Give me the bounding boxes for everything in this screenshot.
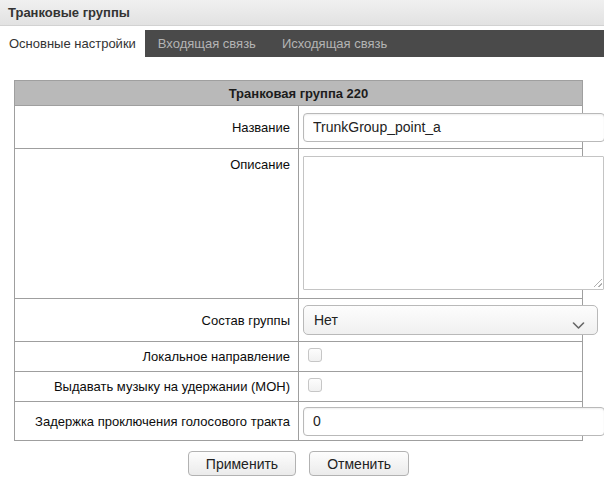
tab-main-settings[interactable]: Основные настройки	[0, 30, 145, 57]
moh-label: Выдавать музыку на удержании (MOH)	[15, 372, 299, 402]
apply-button[interactable]: Применить	[188, 451, 296, 476]
name-input[interactable]	[303, 113, 604, 142]
table-header-row: Транковая группа 220	[15, 81, 583, 106]
chevron-down-icon	[572, 317, 585, 333]
voice-path-delay-label: Задержка проключения голосового тракта	[15, 402, 299, 441]
table-row: Задержка проключения голосового тракта	[15, 402, 583, 441]
name-label: Название	[15, 106, 299, 149]
table-row: Описание	[15, 149, 583, 299]
table-row: Состав группы Нет	[15, 299, 583, 342]
tab-bar: Основные настройки Входящая связь Исходя…	[0, 30, 604, 57]
group-members-select[interactable]: Нет	[303, 305, 598, 335]
voice-path-delay-input[interactable]	[303, 407, 604, 436]
form-header: Транковая группа 220	[15, 81, 583, 106]
page-title: Транковые группы	[0, 0, 604, 26]
local-direction-label: Локальное направление	[15, 342, 299, 372]
table-row: Выдавать музыку на удержании (MOH)	[15, 372, 583, 402]
local-direction-checkbox[interactable]	[308, 348, 322, 362]
tab-outgoing-link[interactable]: Исходящая связь	[269, 30, 400, 57]
trunk-group-form: Транковая группа 220 Название Описание С…	[14, 80, 583, 441]
description-textarea[interactable]	[303, 156, 604, 290]
table-row: Локальное направление	[15, 342, 583, 372]
moh-checkbox[interactable]	[308, 378, 322, 392]
description-textarea-wrap	[303, 156, 604, 290]
group-members-label: Состав группы	[15, 299, 299, 342]
table-row: Название	[15, 106, 583, 149]
tab-incoming-link[interactable]: Входящая связь	[145, 30, 269, 57]
group-members-selected-value: Нет	[314, 312, 338, 328]
form-actions: Применить Отменить	[14, 451, 583, 476]
cancel-button[interactable]: Отменить	[309, 451, 409, 476]
description-label: Описание	[15, 149, 299, 299]
